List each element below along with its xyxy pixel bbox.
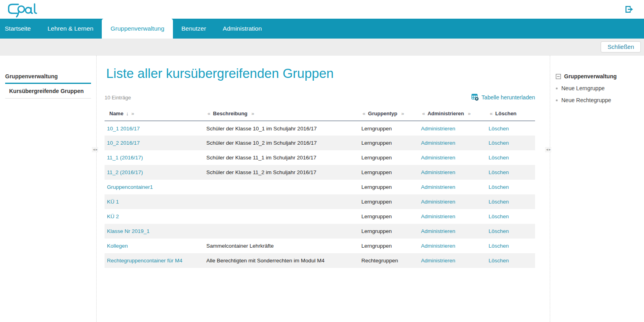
group-type: Lerngruppen	[359, 180, 419, 194]
delete-link[interactable]: Löschen	[489, 228, 509, 234]
group-name-link[interactable]: 11_2 (2016/17)	[107, 169, 143, 175]
column-label: Administrieren	[427, 111, 464, 116]
page-title: Liste aller kursübergreifenden Gruppen	[106, 66, 550, 81]
delete-link[interactable]: Löschen	[489, 258, 509, 264]
group-description: Schüler der Klasse 10_2 im Schuljahr 201…	[204, 136, 359, 150]
group-name-link[interactable]: Rechtegruppencontainer für M4	[107, 258, 182, 264]
group-type: Lerngruppen	[359, 194, 419, 209]
main-navigation: StartseiteLehren & LernenGruppenverwaltu…	[0, 19, 644, 39]
left-splitter-handle[interactable]: ◄►	[92, 147, 98, 152]
administer-link[interactable]: Administrieren	[421, 126, 455, 132]
sort-prev-icon[interactable]: «	[363, 111, 365, 116]
bullet-icon	[556, 87, 558, 89]
right-sidebar-item-neue-rechtegruppe[interactable]: Neue Rechtegruppe	[556, 97, 644, 103]
table-header-row: Name ↓ » « Beschreibung » « Gruppentyp »…	[105, 106, 535, 121]
table-row: 11_2 (2016/17) Schüler der Klasse 11_2 i…	[105, 165, 535, 180]
opal-logo	[7, 2, 40, 19]
administer-link[interactable]: Administrieren	[421, 258, 455, 264]
column-header-name[interactable]: Name ↓ »	[105, 106, 204, 121]
table-row: Kollegen Sammelcontainer Lehrkräfte Lern…	[105, 239, 535, 253]
sort-prev-icon[interactable]: «	[422, 111, 425, 116]
group-name-link[interactable]: 10_1 2016/17	[107, 126, 140, 132]
group-description: Sammelcontainer Lehrkräfte	[204, 239, 359, 253]
delete-link[interactable]: Löschen	[489, 155, 509, 161]
close-button[interactable]: Schließen	[601, 41, 641, 52]
toolbar: Schließen	[0, 39, 644, 56]
column-header-beschreibung[interactable]: « Beschreibung »	[204, 106, 359, 121]
group-name-link[interactable]: Klasse Nr 2019_1	[107, 228, 149, 234]
table-row: KÜ 1 Lerngruppen Administrieren Löschen	[105, 194, 535, 209]
group-name-link[interactable]: 10_2 2016/17	[107, 140, 140, 146]
delete-link[interactable]: Löschen	[489, 184, 509, 190]
group-type: Rechtegruppen	[359, 253, 419, 268]
delete-link[interactable]: Löschen	[489, 213, 509, 219]
group-name-link[interactable]: 11_1 (2016/17)	[107, 155, 143, 161]
nav-tab-benutzer[interactable]: Benutzer	[173, 19, 214, 39]
logout-icon	[625, 9, 634, 15]
delete-link[interactable]: Löschen	[489, 126, 509, 132]
right-sidebar-item-neue-lerngruppe[interactable]: Neue Lerngruppe	[556, 85, 644, 91]
delete-link[interactable]: Löschen	[489, 140, 509, 146]
top-bar	[0, 0, 644, 19]
column-header-l-schen[interactable]: « Löschen	[486, 106, 535, 121]
right-sidebar: Gruppenverwaltung Neue Lerngruppe Neue R…	[550, 56, 644, 322]
column-label: Name	[109, 111, 123, 116]
group-name-link[interactable]: KÜ 2	[107, 213, 119, 219]
sort-prev-icon[interactable]: «	[208, 111, 210, 116]
download-table-link[interactable]: Tabelle herunterladen	[471, 94, 535, 101]
column-header-gruppentyp[interactable]: « Gruppentyp »	[359, 106, 419, 121]
administer-link[interactable]: Administrieren	[421, 184, 455, 190]
administer-link[interactable]: Administrieren	[421, 155, 455, 161]
table-meta-row: 10 Einträge Tabelle herunterladen	[105, 94, 535, 101]
table-row: 10_1 2016/17 Schüler der Klasse 10_1 im …	[105, 121, 535, 136]
nav-tab-lehren-lernen[interactable]: Lehren & Lernen	[39, 19, 101, 39]
column-label: Gruppentyp	[368, 111, 398, 116]
logout-button[interactable]	[625, 5, 634, 15]
group-name-link[interactable]: KÜ 1	[107, 199, 119, 205]
administer-link[interactable]: Administrieren	[421, 213, 455, 219]
group-description	[204, 194, 359, 209]
column-label: Beschreibung	[213, 111, 248, 116]
table-row: Gruppencontainer1 Lerngruppen Administri…	[105, 180, 535, 194]
right-sidebar-item-label: Neue Rechtegruppe	[561, 97, 611, 103]
group-name-link[interactable]: Kollegen	[107, 243, 128, 249]
group-description: Schüler der Klasse 10_1 im Schuljahr 201…	[204, 121, 359, 136]
group-type: Lerngruppen	[359, 224, 419, 239]
group-name-link[interactable]: Gruppencontainer1	[107, 184, 153, 190]
nav-tab-startseite[interactable]: Startseite	[0, 19, 39, 39]
right-sidebar-section: Gruppenverwaltung	[556, 73, 644, 80]
sidebar-item-kursuebergreifende-gruppen[interactable]: Kursübergreifende Gruppen	[5, 84, 91, 99]
nav-tab-gruppenverwaltung[interactable]: Gruppenverwaltung	[102, 19, 173, 39]
administer-link[interactable]: Administrieren	[421, 140, 455, 146]
group-description	[204, 209, 359, 224]
right-sidebar-item-label: Neue Lerngruppe	[561, 85, 605, 91]
sort-next-icon[interactable]: »	[251, 111, 254, 116]
delete-link[interactable]: Löschen	[489, 169, 509, 175]
sort-next-icon[interactable]: »	[468, 111, 471, 116]
table-row: Rechtegruppencontainer für M4 Alle Berec…	[105, 253, 535, 268]
nav-tab-administration[interactable]: Administration	[214, 19, 270, 39]
administer-link[interactable]: Administrieren	[421, 228, 455, 234]
column-label: Löschen	[495, 111, 516, 116]
group-type: Lerngruppen	[359, 150, 419, 165]
administer-link[interactable]: Administrieren	[421, 169, 455, 175]
bullet-icon	[556, 99, 558, 101]
delete-link[interactable]: Löschen	[489, 199, 509, 205]
sort-next-icon[interactable]: »	[131, 111, 134, 116]
administer-link[interactable]: Administrieren	[421, 243, 455, 249]
sort-next-icon[interactable]: »	[401, 111, 404, 116]
right-splitter-handle[interactable]: ◄►	[545, 147, 551, 152]
column-header-administrieren[interactable]: « Administrieren »	[419, 106, 486, 121]
groups-table: Name ↓ » « Beschreibung » « Gruppentyp »…	[105, 106, 535, 268]
table-row: Klasse Nr 2019_1 Lerngruppen Administrie…	[105, 224, 535, 239]
right-sidebar-section-title: Gruppenverwaltung	[564, 73, 617, 80]
sort-prev-icon[interactable]: «	[490, 111, 493, 116]
table-row: 11_1 (2016/17) Schüler der Klasse 11_1 i…	[105, 150, 535, 165]
group-type: Lerngruppen	[359, 209, 419, 224]
group-type: Lerngruppen	[359, 136, 419, 150]
table-row: KÜ 2 Lerngruppen Administrieren Löschen	[105, 209, 535, 224]
administer-link[interactable]: Administrieren	[421, 199, 455, 205]
delete-link[interactable]: Löschen	[489, 243, 509, 249]
entries-count: 10 Einträge	[105, 95, 131, 101]
collapse-icon[interactable]	[556, 74, 561, 79]
